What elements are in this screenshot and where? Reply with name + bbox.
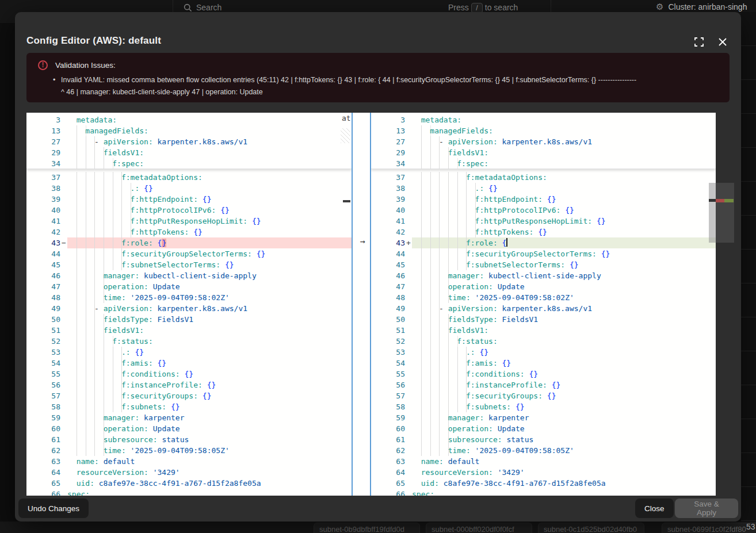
code-line[interactable]: 38 .: {} [26,183,352,194]
code-line[interactable]: 52 f:status: [26,336,352,347]
close-icon[interactable] [717,37,729,48]
diff-sign [405,314,412,325]
code-line[interactable]: 59 manager: karpenter [371,412,716,423]
code-line[interactable]: 38 .: {} [371,183,716,194]
diff-sign [60,114,67,125]
code-line[interactable]: 39 f:httpEndpoint: {} [371,194,716,205]
error-icon: ! [38,60,48,70]
code-line[interactable]: 53 .: {} [371,347,716,358]
cluster-icon: ⚙ [656,2,663,11]
code-line[interactable]: 46 manager: kubectl-client-side-apply [26,270,352,281]
revert-change-arrow[interactable]: → [356,236,369,247]
code-line[interactable]: 66spec: [26,489,352,496]
code-line[interactable]: 54 f:amis: {} [26,358,352,369]
undo-changes-button[interactable]: Undo Changes [18,499,89,518]
code-line[interactable]: 43+ f:role: { [371,237,716,248]
code-line[interactable]: 13 managedFields: [26,125,352,136]
code-line[interactable]: 34 f:spec: [371,158,716,169]
code-line[interactable]: 44 f:securityGroupSelectorTerms: {} [26,248,352,259]
diff-sash[interactable] [352,113,371,496]
code-line[interactable]: 54 f:amis: {} [371,358,716,369]
diff-pane-original[interactable]: 3 metadata:13 managedFields:27 - apiVers… [26,113,352,496]
line-number: 48 [26,292,60,303]
code-line[interactable]: 51 fieldsV1: [26,325,352,336]
code-line[interactable]: 60 operation: Update [26,423,352,434]
close-button[interactable]: Close [635,499,674,518]
search-input[interactable]: Search [196,3,222,12]
code-line[interactable]: 65 uid: c8afe97e-38cc-4f91-a767-d15f2a8f… [26,478,352,489]
code-line[interactable]: 49 - apiVersion: karpenter.k8s.aws/v1 [26,303,352,314]
code-line[interactable]: 56 f:instanceProfile: {} [371,379,716,390]
diff-sign [60,248,67,259]
code-line[interactable]: 58 f:subnets: {} [371,401,716,412]
code-line[interactable]: 45 f:subnetSelectorTerms: {} [26,259,352,270]
code-line[interactable]: 58 f:subnets: {} [26,401,352,412]
code-line[interactable]: 46 manager: kubectl-client-side-apply [371,270,716,281]
diff-sign [405,248,412,259]
code-line[interactable]: 64 resourceVersion: '3429' [26,467,352,478]
code-line[interactable]: 48 time: '2025-09-04T09:58:02Z' [26,292,352,303]
code-line[interactable]: 40 f:httpProtocolIPv6: {} [371,205,716,216]
validation-message: • Invalid YAML: missed comma between flo… [61,74,717,98]
code-line[interactable]: 53 .: {} [26,347,352,358]
code-line[interactable]: 13 managedFields: [371,125,716,136]
code-line[interactable]: 56 f:instanceProfile: {} [26,379,352,390]
code-line[interactable]: 34 f:spec: [26,158,352,169]
diff-pane-modified[interactable]: 3 metadata:13 managedFields:27 - apiVers… [371,113,716,496]
code-line[interactable]: 42 f:httpTokens: {} [371,227,716,237]
code-line[interactable]: 47 operation: Update [26,281,352,292]
code-line[interactable]: 27 - apiVersion: karpenter.k8s.aws/v1 [26,136,352,147]
line-number: 54 [371,358,405,369]
code-line[interactable]: 43− f:role: {} [26,237,352,248]
code-line[interactable]: 41 f:httpPutResponseHopLimit: {} [371,216,716,227]
code-line[interactable]: 44 f:securityGroupSelectorTerms: {} [371,248,716,259]
line-number: 13 [26,125,60,136]
code-line[interactable]: 62 time: '2025-09-04T09:58:05Z' [26,445,352,456]
code-line[interactable]: 49 - apiVersion: karpenter.k8s.aws/v1 [371,303,716,314]
validation-banner: ! Validation Issues: • Invalid YAML: mis… [26,53,730,102]
code-line[interactable]: 37 f:metadataOptions: [371,172,716,183]
editor-scrollbar-slider[interactable] [709,183,716,243]
code-line[interactable]: 55 f:conditions: {} [371,369,716,379]
code-line[interactable]: 55 f:conditions: {} [26,369,352,379]
code-line[interactable]: 45 f:subnetSelectorTerms: {} [371,259,716,270]
cluster-selector[interactable]: ⚙Cluster: anirban-singh [656,2,747,12]
save-apply-button[interactable]: Save & Apply [675,499,738,518]
code-line[interactable]: 41 f:httpPutResponseHopLimit: {} [26,216,352,227]
code-line[interactable]: 63 name: default [26,456,352,467]
code-line[interactable]: 27 - apiVersion: karpenter.k8s.aws/v1 [371,136,716,147]
line-number: 57 [26,390,60,401]
code-line[interactable]: 40 f:httpProtocolIPv6: {} [26,205,352,216]
code-line[interactable]: 3 metadata: [371,114,716,125]
code-line[interactable]: 37 f:metadataOptions: [26,172,352,183]
diff-sign [60,136,67,147]
code-line[interactable]: 39 f:httpEndpoint: {} [26,194,352,205]
code-line[interactable]: 57 f:securityGroups: {} [26,390,352,401]
code-line[interactable]: 51 fieldsV1: [371,325,716,336]
code-line[interactable]: 64 resourceVersion: '3429' [371,467,716,478]
diff-sign [405,390,412,401]
code-line[interactable]: 63 name: default [371,456,716,467]
code-line[interactable]: 47 operation: Update [371,281,716,292]
code-line[interactable]: 61 subresource: status [371,434,716,445]
clipped-text-fragment: at [342,114,351,122]
diff-sign [405,434,412,445]
code-line[interactable]: 50 fieldsType: FieldsV1 [26,314,352,325]
code-line[interactable]: 57 f:securityGroups: {} [371,390,716,401]
diff-sign [60,347,67,358]
code-line[interactable]: 59 manager: karpenter [26,412,352,423]
code-line[interactable]: 60 operation: Update [371,423,716,434]
code-line[interactable]: 62 time: '2025-09-04T09:58:05Z' [371,445,716,456]
code-line[interactable]: 29 fieldsV1: [371,147,716,158]
code-line[interactable]: 50 fieldsType: FieldsV1 [371,314,716,325]
code-line[interactable]: 61 subresource: status [26,434,352,445]
code-line[interactable]: 3 metadata: [26,114,352,125]
code-line[interactable]: 52 f:status: [371,336,716,347]
code-line[interactable]: 29 fieldsV1: [26,147,352,158]
code-line[interactable]: 65 uid: c8afe97e-38cc-4f91-a767-d15f2a8f… [371,478,716,489]
code-line[interactable]: 48 time: '2025-09-04T09:58:02Z' [371,292,716,303]
fullscreen-icon[interactable] [694,37,705,48]
line-number: 50 [26,314,60,325]
code-line[interactable]: 42 f:httpTokens: {} [26,227,352,237]
code-line[interactable]: 66spec: [371,489,716,496]
